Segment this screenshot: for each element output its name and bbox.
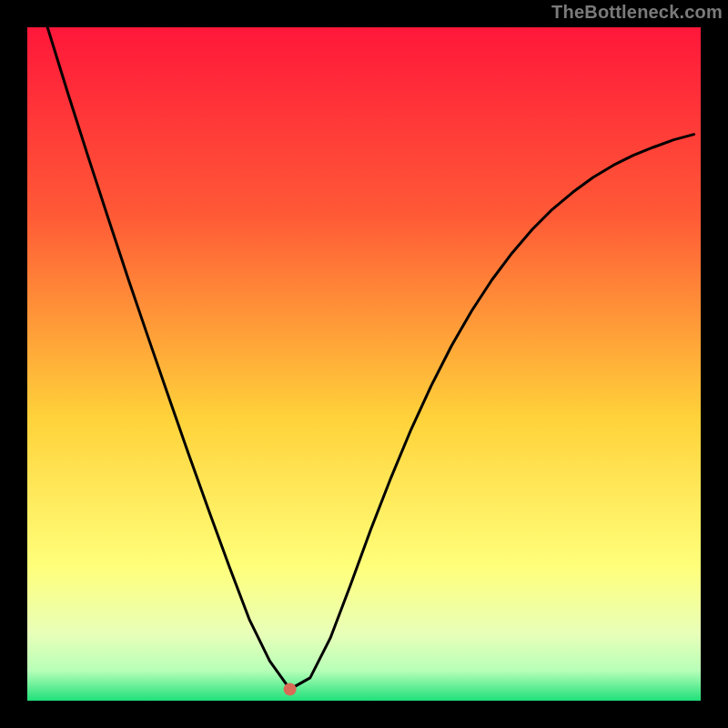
- chart-stage: TheBottleneck.com: [0, 0, 728, 728]
- bottleneck-chart: [0, 0, 728, 728]
- watermark-text: TheBottleneck.com: [551, 2, 723, 23]
- plot-area: [27, 27, 701, 701]
- optimal-marker: [284, 682, 297, 695]
